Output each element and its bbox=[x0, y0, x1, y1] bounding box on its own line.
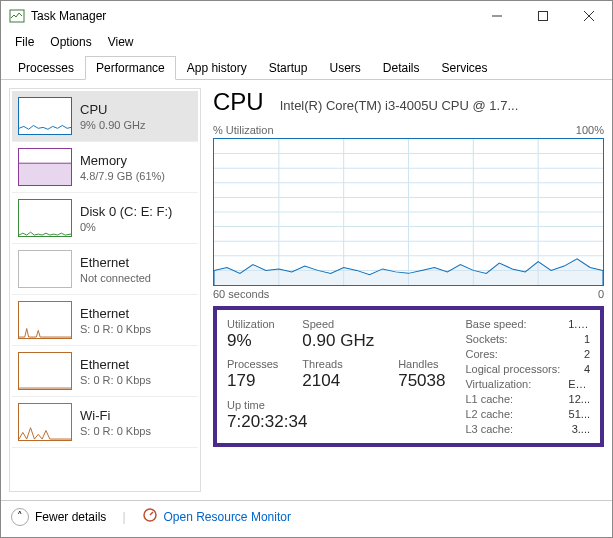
cpu-utilization-chart[interactable] bbox=[213, 138, 604, 286]
spec-label: L1 cache: bbox=[465, 393, 560, 405]
sidebar[interactable]: CPU 9% 0.90 GHz Memory 4.8/7.9 GB (61%) … bbox=[9, 88, 201, 492]
spec-value-base-speed: 1.70... bbox=[568, 318, 590, 330]
stat-value-threads: 2104 bbox=[302, 371, 374, 391]
svg-rect-5 bbox=[19, 163, 71, 185]
tab-services[interactable]: Services bbox=[431, 56, 499, 80]
footer: ˄ Fewer details | Open Resource Monitor bbox=[1, 500, 612, 532]
fewer-details-label: Fewer details bbox=[35, 510, 106, 524]
spec-value-cores: 2 bbox=[568, 348, 590, 360]
svg-rect-2 bbox=[539, 12, 548, 21]
close-button[interactable] bbox=[566, 1, 612, 31]
spec-label: Cores: bbox=[465, 348, 560, 360]
spec-value-l2: 51... bbox=[568, 408, 590, 420]
minimize-button[interactable] bbox=[474, 1, 520, 31]
cpu-mini-chart bbox=[18, 97, 72, 135]
ethernet-mini-chart bbox=[18, 301, 72, 339]
main-title: CPU bbox=[213, 88, 264, 116]
spec-label: Base speed: bbox=[465, 318, 560, 330]
sidebar-item-sub: 4.8/7.9 GB (61%) bbox=[80, 170, 165, 182]
chevron-up-icon: ˄ bbox=[11, 508, 29, 526]
sidebar-item-ethernet-2[interactable]: Ethernet S: 0 R: 0 Kbps bbox=[12, 346, 198, 397]
spec-value-l3: 3.... bbox=[568, 423, 590, 435]
tab-processes[interactable]: Processes bbox=[7, 56, 85, 80]
spec-value-logical-processors: 4 bbox=[568, 363, 590, 375]
tab-startup[interactable]: Startup bbox=[258, 56, 319, 80]
open-resource-monitor-label: Open Resource Monitor bbox=[164, 510, 291, 524]
stat-value-uptime: 7:20:32:34 bbox=[227, 412, 445, 432]
sidebar-item-label: CPU bbox=[80, 102, 145, 117]
open-resource-monitor-link[interactable]: Open Resource Monitor bbox=[142, 507, 291, 526]
svg-line-22 bbox=[150, 512, 153, 515]
stat-value-utilization: 9% bbox=[227, 331, 278, 351]
sidebar-item-label: Ethernet bbox=[80, 357, 151, 372]
stat-label: Utilization bbox=[227, 318, 278, 330]
fewer-details-button[interactable]: ˄ Fewer details bbox=[11, 508, 106, 526]
menu-options[interactable]: Options bbox=[44, 33, 97, 51]
menubar: File Options View bbox=[1, 31, 612, 55]
sidebar-item-label: Ethernet bbox=[80, 306, 151, 321]
main-panel: CPU Intel(R) Core(TM) i3-4005U CPU @ 1.7… bbox=[209, 88, 604, 492]
sidebar-item-memory[interactable]: Memory 4.8/7.9 GB (61%) bbox=[12, 142, 198, 193]
sidebar-item-label: Wi-Fi bbox=[80, 408, 151, 423]
spec-label: L3 cache: bbox=[465, 423, 560, 435]
sidebar-item-sub: S: 0 R: 0 Kbps bbox=[80, 374, 151, 386]
sidebar-item-label: Memory bbox=[80, 153, 165, 168]
spec-value-virtualization: Ena... bbox=[568, 378, 590, 390]
cpu-model: Intel(R) Core(TM) i3-4005U CPU @ 1.7... bbox=[280, 98, 604, 113]
memory-mini-chart bbox=[18, 148, 72, 186]
tab-app-history[interactable]: App history bbox=[176, 56, 258, 80]
tabs: Processes Performance App history Startu… bbox=[1, 55, 612, 80]
tab-details[interactable]: Details bbox=[372, 56, 431, 80]
stat-label: Speed bbox=[302, 318, 374, 330]
sidebar-item-sub: Not connected bbox=[80, 272, 151, 284]
stat-label: Processes bbox=[227, 358, 278, 370]
spec-label: Virtualization: bbox=[465, 378, 560, 390]
chart-label-bottom-left: 60 seconds bbox=[213, 288, 269, 300]
spec-label: L2 cache: bbox=[465, 408, 560, 420]
sidebar-item-label: Ethernet bbox=[80, 255, 151, 270]
spec-value-sockets: 1 bbox=[568, 333, 590, 345]
stat-value-handles: 75038 bbox=[398, 371, 445, 391]
chart-label-top-right: 100% bbox=[576, 124, 604, 136]
tab-users[interactable]: Users bbox=[318, 56, 371, 80]
spec-label: Sockets: bbox=[465, 333, 560, 345]
stat-label: Up time bbox=[227, 399, 445, 411]
stat-label: Handles bbox=[398, 358, 445, 370]
spec-value-l1: 12... bbox=[568, 393, 590, 405]
ethernet-mini-chart bbox=[18, 250, 72, 288]
app-icon bbox=[9, 8, 25, 24]
sidebar-item-sub: 9% 0.90 GHz bbox=[80, 119, 145, 131]
sidebar-item-ethernet-1[interactable]: Ethernet S: 0 R: 0 Kbps bbox=[12, 295, 198, 346]
divider: | bbox=[122, 510, 125, 524]
menu-view[interactable]: View bbox=[102, 33, 140, 51]
window-title: Task Manager bbox=[31, 9, 474, 23]
menu-file[interactable]: File bbox=[9, 33, 40, 51]
sidebar-item-disk[interactable]: Disk 0 (C: E: F:) 0% bbox=[12, 193, 198, 244]
sidebar-item-sub: S: 0 R: 0 Kbps bbox=[80, 425, 151, 437]
sidebar-item-cpu[interactable]: CPU 9% 0.90 GHz bbox=[12, 91, 198, 142]
sidebar-item-sub: 0% bbox=[80, 221, 172, 233]
wifi-mini-chart bbox=[18, 403, 72, 441]
stats-box: Utilization 9% Speed 0.90 GHz Processes … bbox=[213, 306, 604, 447]
disk-mini-chart bbox=[18, 199, 72, 237]
resource-monitor-icon bbox=[142, 507, 158, 526]
sidebar-item-ethernet-0[interactable]: Ethernet Not connected bbox=[12, 244, 198, 295]
tab-performance[interactable]: Performance bbox=[85, 56, 176, 80]
spec-label: Logical processors: bbox=[465, 363, 560, 375]
sidebar-item-sub: S: 0 R: 0 Kbps bbox=[80, 323, 151, 335]
stat-value-processes: 179 bbox=[227, 371, 278, 391]
ethernet-mini-chart bbox=[18, 352, 72, 390]
stat-label: Threads bbox=[302, 358, 374, 370]
stat-value-speed: 0.90 GHz bbox=[302, 331, 374, 351]
chart-label-bottom-right: 0 bbox=[598, 288, 604, 300]
maximize-button[interactable] bbox=[520, 1, 566, 31]
sidebar-item-wifi[interactable]: Wi-Fi S: 0 R: 0 Kbps bbox=[12, 397, 198, 448]
chart-label-top-left: % Utilization bbox=[213, 124, 274, 136]
titlebar: Task Manager bbox=[1, 1, 612, 31]
sidebar-item-label: Disk 0 (C: E: F:) bbox=[80, 204, 172, 219]
